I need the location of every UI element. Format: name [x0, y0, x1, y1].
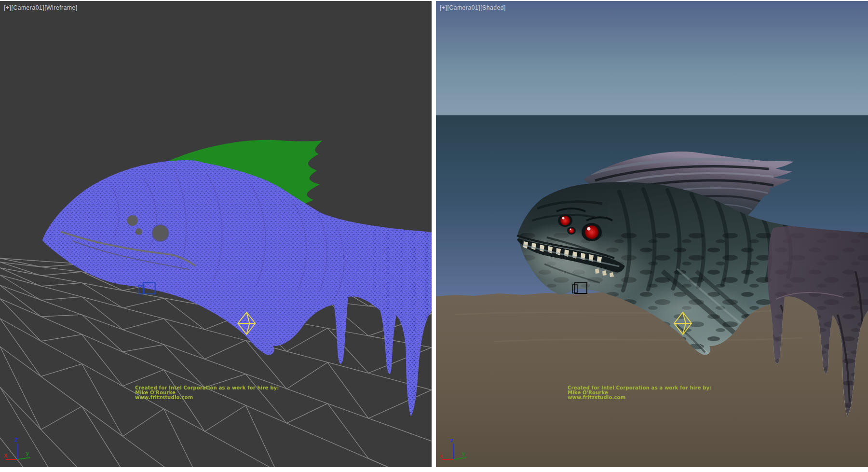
- sky: [436, 1, 868, 117]
- viewport-shaded[interactable]: z x y [+][Camera01][Shaded] Created for …: [436, 1, 868, 467]
- axis-z-label: z: [450, 437, 453, 443]
- viewport-label-menu[interactable]: [+][Camera01][Shaded]: [440, 4, 506, 11]
- axis-y-label: y: [462, 450, 465, 456]
- watermark-line: www.fritzstudio.com: [135, 395, 279, 400]
- axis-z-label: Z: [14, 437, 18, 443]
- viewport-wireframe[interactable]: Z X y [+][Camera01][Wireframe] Created f…: [0, 1, 432, 467]
- watermark-text: Created for Intel Corporation as a work …: [568, 386, 712, 400]
- axis-x-label: x: [440, 453, 443, 458]
- axis-y-label: y: [26, 450, 29, 456]
- axis-x-label: X: [4, 453, 8, 458]
- split-viewport-stage: Z X y [+][Camera01][Wireframe] Created f…: [0, 0, 868, 472]
- watermark-line: www.fritzstudio.com: [568, 395, 712, 400]
- watermark-text: Created for Intel Corporation as a work …: [135, 386, 279, 400]
- viewport-divider[interactable]: [432, 0, 436, 472]
- ground-plane: [436, 288, 868, 467]
- viewport-label-menu[interactable]: [+][Camera01][Wireframe]: [4, 4, 78, 11]
